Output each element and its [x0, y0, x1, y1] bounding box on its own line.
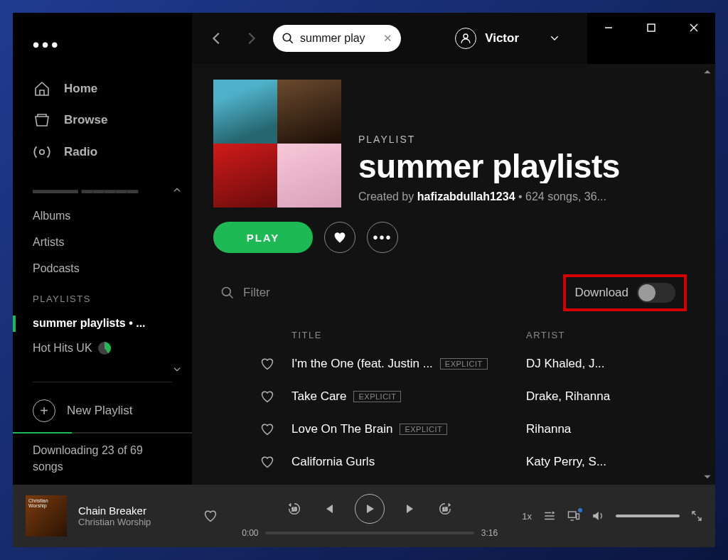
playlist-title: summer playlists: [358, 149, 694, 183]
track-artist[interactable]: Drake, Rihanna: [526, 389, 687, 404]
track-favorite-button[interactable]: [260, 357, 291, 371]
svg-point-0: [40, 150, 45, 155]
track-favorite-button[interactable]: [260, 422, 291, 436]
now-playing-artist[interactable]: Christian Worship: [78, 517, 192, 527]
playlist-subtitle: Created by hafizabdullah1234 • 624 songs…: [358, 190, 694, 203]
download-status-text: Downloading 23 of 69 songs: [33, 444, 143, 472]
devices-button[interactable]: [567, 510, 580, 522]
track-favorite-button[interactable]: [260, 389, 291, 404]
playlist-item-hothits[interactable]: Hot Hits UK: [13, 336, 192, 361]
scroll-down-icon[interactable]: [702, 472, 712, 482]
favorite-button[interactable]: [324, 222, 355, 253]
position-label: 0:00: [242, 528, 258, 538]
download-toggle-region: Download: [563, 274, 687, 311]
track-row[interactable]: Love On The BrainEXPLICITRihanna: [213, 413, 694, 446]
more-button[interactable]: •••: [367, 222, 398, 253]
lib-albums-label: Albums: [33, 210, 70, 222]
lib-collapse-row[interactable]: ▬▬▬▬ ▬▬▬▬▬: [13, 177, 192, 203]
sidebar: ••• Home Browse Radio ▬: [13, 13, 192, 485]
track-artist[interactable]: Rihanna: [526, 422, 687, 436]
clear-search-button[interactable]: ✕: [383, 32, 392, 45]
now-playing-favorite-button[interactable]: [203, 509, 218, 523]
window-close-button[interactable]: [673, 13, 715, 43]
download-progress-icon: [98, 342, 111, 355]
nav-forward-button[interactable]: [239, 26, 263, 50]
svg-point-2: [464, 34, 468, 38]
download-toggle[interactable]: [637, 283, 675, 303]
volume-slider[interactable]: [616, 515, 680, 517]
playlist-item-summer[interactable]: summer playlists • ...: [13, 311, 192, 336]
chevron-up-icon: [172, 185, 182, 195]
lib-albums[interactable]: Albums: [13, 203, 192, 230]
track-row[interactable]: California GurlsKaty Perry, S...: [213, 446, 694, 478]
chevron-down-icon: [549, 33, 560, 44]
scroll-up-icon[interactable]: [702, 67, 712, 77]
track-row[interactable]: Take CareEXPLICITDrake, Rihanna: [213, 380, 694, 413]
player-bar: Chain Breaker Christian Worship 15: [13, 485, 715, 547]
lib-artists[interactable]: Artists: [13, 230, 192, 256]
track-favorite-button[interactable]: [260, 455, 291, 469]
queue-button[interactable]: [543, 510, 556, 522]
new-playlist-button[interactable]: + New Playlist: [13, 389, 192, 432]
track-artist[interactable]: Katy Perry, S...: [526, 455, 687, 469]
nav-browse[interactable]: Browse: [13, 104, 192, 136]
nav-browse-label: Browse: [64, 113, 107, 127]
playlist-type-label: PLAYLIST: [358, 134, 694, 145]
track-title: Love On The Brain: [291, 422, 392, 436]
fullscreen-button[interactable]: [691, 510, 702, 522]
rewind-15-button[interactable]: 15: [287, 501, 302, 517]
playlist-header: PLAYLIST summer playlists Created by haf…: [213, 80, 694, 208]
window-controls: [587, 13, 715, 64]
player-rhs: 1x: [522, 510, 702, 522]
previous-button[interactable]: [322, 502, 335, 515]
play-button[interactable]: PLAY: [213, 222, 313, 253]
now-playing-info: Chain Breaker Christian Worship: [78, 505, 192, 527]
playback-speed-button[interactable]: 1x: [522, 511, 532, 522]
playlist-cover: [213, 80, 341, 208]
search-icon: [282, 32, 294, 45]
next-button[interactable]: [405, 502, 417, 515]
user-menu[interactable]: Victor: [455, 28, 560, 49]
chevron-down-icon[interactable]: [172, 365, 182, 375]
volume-button[interactable]: [592, 510, 604, 522]
svg-rect-3: [648, 24, 655, 31]
download-label: Download: [574, 286, 628, 300]
track-title: Take Care: [291, 389, 346, 404]
filter-input[interactable]: Filter: [243, 286, 270, 300]
svg-text:15: 15: [442, 507, 448, 512]
playlist-item-label: summer playlists • ...: [33, 317, 146, 330]
svg-rect-7: [569, 512, 577, 517]
nav-radio-label: Radio: [64, 145, 97, 159]
new-playlist-label: New Playlist: [67, 404, 133, 418]
home-icon: [33, 80, 51, 98]
column-title[interactable]: TITLE: [291, 330, 526, 340]
lib-podcasts[interactable]: Podcasts: [13, 256, 192, 282]
search-icon: [220, 286, 235, 300]
explicit-badge: EXPLICIT: [400, 424, 447, 435]
now-playing-cover[interactable]: [26, 495, 67, 537]
progress-bar[interactable]: 0:00 3:16: [242, 528, 498, 538]
nav-home[interactable]: Home: [13, 73, 192, 104]
app-menu-button[interactable]: •••: [13, 30, 192, 73]
now-playing-title[interactable]: Chain Breaker: [78, 505, 192, 517]
track-row[interactable]: I'm the One (feat. Justin ...EXPLICITDJ …: [213, 348, 694, 380]
user-name: Victor: [485, 31, 519, 45]
column-artist[interactable]: ARTIST: [526, 330, 565, 340]
radio-icon: [33, 143, 51, 161]
playlist-author[interactable]: hafizabdullah1234: [417, 190, 515, 203]
window-minimize-button[interactable]: [587, 13, 630, 43]
nav-back-button[interactable]: [205, 26, 229, 50]
nav-home-label: Home: [64, 82, 97, 96]
forward-15-button[interactable]: 15: [437, 501, 453, 517]
download-status: Downloading 23 of 69 songs: [13, 432, 192, 485]
window-maximize-button[interactable]: [630, 13, 673, 43]
svg-rect-8: [577, 514, 579, 519]
player-controls: 15 15 0:00 3:16: [229, 494, 510, 538]
search-input[interactable]: summer play ✕: [273, 25, 401, 52]
track-header: TITLE ARTIST: [213, 318, 694, 348]
play-pause-button[interactable]: [355, 494, 385, 524]
lib-podcasts-label: Podcasts: [33, 262, 80, 275]
track-artist[interactable]: DJ Khaled, J...: [526, 357, 687, 371]
nav-radio[interactable]: Radio: [13, 136, 192, 168]
track-title: I'm the One (feat. Justin ...: [291, 357, 433, 371]
